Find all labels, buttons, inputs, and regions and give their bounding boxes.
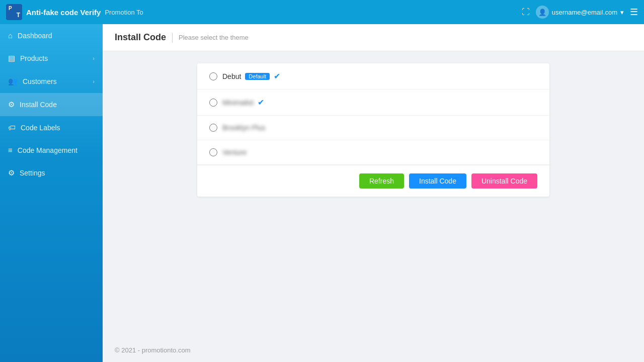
- sidebar-label-install-code: Install Code: [20, 101, 57, 109]
- theme-name-debut: Debut Default ✔: [222, 71, 280, 81]
- sidebar-item-code-labels[interactable]: 🏷 Code Labels: [0, 116, 103, 139]
- sidebar-item-install-code[interactable]: ⚙ Install Code: [0, 93, 103, 116]
- footer-text: © 2021 - promotionto.com: [115, 346, 190, 354]
- home-icon: ⌂: [8, 31, 13, 40]
- theme-radio-debut[interactable]: [209, 72, 217, 80]
- theme-radio-2[interactable]: [209, 99, 217, 107]
- sidebar-item-settings[interactable]: ⚙ Settings: [0, 161, 103, 185]
- user-menu[interactable]: 👤 username@email.com ▾: [536, 6, 624, 19]
- code-labels-icon: 🏷: [8, 123, 16, 132]
- sidebar-item-products[interactable]: ▤ Products ›: [0, 47, 103, 70]
- uninstall-code-button[interactable]: Uninstall Code: [471, 173, 537, 189]
- hamburger-icon[interactable]: ☰: [630, 7, 638, 18]
- chevron-right-icon-2: ›: [93, 78, 95, 84]
- footer: © 2021 - promotionto.com: [103, 338, 644, 362]
- sidebar: ⌂ Dashboard ▤ Products › 👥 Customers › ⚙…: [0, 24, 103, 362]
- sidebar-label-products: Products: [20, 54, 48, 62]
- sidebar-label-code-labels: Code Labels: [21, 124, 60, 132]
- action-row: Refresh Install Code Uninstall Code: [197, 165, 549, 197]
- theme-selection-card: Debut Default ✔ Minimalist ✔: [197, 63, 549, 197]
- sidebar-label-code-management: Code Management: [18, 146, 77, 154]
- install-code-icon: ⚙: [8, 100, 15, 109]
- sidebar-label-customers: Customers: [23, 77, 57, 85]
- navbar: P T Anti-fake code Verify Promotion To ⛶…: [0, 0, 644, 24]
- main-content: Install Code Please select the theme Deb…: [103, 24, 644, 362]
- navbar-subtitle: Promotion To: [105, 9, 143, 16]
- page-header: Install Code Please select the theme: [103, 24, 644, 51]
- chevron-right-icon: ›: [93, 55, 95, 61]
- code-management-icon: ≡: [8, 146, 13, 154]
- theme-radio-4[interactable]: [209, 148, 217, 156]
- sidebar-item-code-management[interactable]: ≡ Code Management: [0, 139, 103, 161]
- theme-radio-3[interactable]: [209, 124, 217, 132]
- install-code-button[interactable]: Install Code: [409, 173, 466, 189]
- products-icon: ▤: [8, 54, 15, 63]
- brand-name: Anti-fake code Verify: [26, 8, 101, 17]
- user-name: username@email.com: [552, 9, 617, 16]
- header-divider: [172, 33, 173, 43]
- sidebar-item-dashboard[interactable]: ⌂ Dashboard: [0, 24, 103, 47]
- sidebar-item-customers[interactable]: 👥 Customers ›: [0, 70, 103, 93]
- theme-row-4: Venture: [197, 140, 549, 165]
- theme-name-4: Venture: [222, 148, 247, 156]
- sidebar-label-settings: Settings: [20, 169, 45, 177]
- theme-row-3: Brooklyn Plus: [197, 116, 549, 140]
- chevron-down-icon: ▾: [620, 9, 624, 16]
- default-badge: Default: [245, 73, 270, 80]
- brand: P T Anti-fake code Verify Promotion To: [6, 4, 143, 20]
- expand-icon[interactable]: ⛶: [522, 8, 530, 17]
- page-subtitle: Please select the theme: [179, 34, 249, 41]
- logo: P T: [6, 4, 22, 20]
- refresh-button[interactable]: Refresh: [359, 173, 404, 189]
- settings-icon: ⚙: [8, 168, 15, 177]
- customers-icon: 👥: [8, 77, 18, 86]
- sidebar-label-dashboard: Dashboard: [18, 32, 52, 40]
- check-icon-2: ✔: [258, 98, 264, 107]
- theme-row-debut: Debut Default ✔: [197, 63, 549, 89]
- navbar-right: ⛶ 👤 username@email.com ▾ ☰: [522, 6, 638, 19]
- theme-row-2: Minimalist ✔: [197, 89, 549, 116]
- check-icon-debut: ✔: [274, 71, 280, 81]
- layout: ⌂ Dashboard ▤ Products › 👥 Customers › ⚙…: [0, 24, 644, 362]
- page-title: Install Code: [115, 32, 166, 43]
- content-area: Debut Default ✔ Minimalist ✔: [103, 51, 644, 338]
- theme-name-3: Brooklyn Plus: [222, 124, 266, 132]
- user-avatar: 👤: [536, 6, 549, 19]
- theme-name-2: Minimalist ✔: [222, 98, 264, 107]
